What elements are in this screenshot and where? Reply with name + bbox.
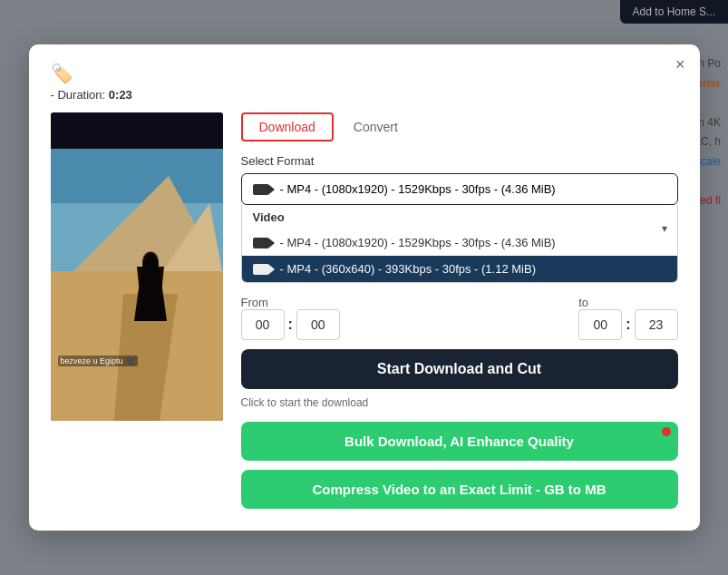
app-icon: 🏷️ [51, 63, 73, 84]
format-options-list: Video - MP4 - (1080x1920) - 1529Kbps - 3… [241, 205, 678, 283]
video-watermark: bezveze u Egiptu 🎥 [58, 356, 139, 366]
start-download-button[interactable]: Start Download and Cut [241, 349, 678, 389]
modal-header: 🏷️ [51, 63, 678, 84]
format-dropdown-wrapper[interactable]: - MP4 - (1080x1920) - 1529Kbps - 30fps -… [241, 173, 678, 283]
bulk-download-button[interactable]: Bulk Download, AI Enhance Quality [241, 422, 678, 461]
tab-download[interactable]: Download [241, 112, 334, 141]
video-group-label: Video [242, 205, 677, 229]
to-seconds-input[interactable] [635, 309, 678, 340]
duration-info: - Duration: 0:23 [51, 88, 678, 102]
tab-convert[interactable]: Convert [337, 112, 414, 141]
video-icon-option1 [253, 238, 269, 249]
svg-rect-2 [51, 149, 223, 203]
modal-dialog: × 🏷️ - Duration: 0:23 [29, 44, 700, 531]
to-time-colon: : [626, 317, 630, 333]
to-minutes-input[interactable] [578, 309, 622, 340]
from-time-inputs: : [241, 309, 340, 340]
close-button[interactable]: × [675, 55, 685, 74]
modal-body: bezveze u Egiptu 🎥 Download Convert Sele… [51, 112, 678, 509]
to-label: to [578, 296, 677, 309]
format-option-1080[interactable]: - MP4 - (1080x1920) - 1529Kbps - 30fps -… [242, 229, 677, 256]
click-hint-text: Click to start the download [241, 396, 678, 409]
to-time-inputs: : [578, 309, 677, 340]
from-minutes-input[interactable] [241, 309, 285, 340]
format-option-360-text: - MP4 - (360x640) - 393Kbps - 30fps - (1… [280, 262, 537, 276]
tab-bar: Download Convert [241, 112, 678, 141]
video-icon [253, 184, 269, 195]
chevron-down-icon: ▾ [662, 222, 667, 235]
from-label: From [241, 296, 340, 309]
selected-format-text: - MP4 - (1080x1920) - 1529Kbps - 30fps -… [280, 182, 556, 196]
video-thumbnail: bezveze u Egiptu 🎥 [51, 112, 223, 421]
from-time-colon: : [288, 317, 293, 333]
bulk-download-label: Bulk Download, AI Enhance Quality [345, 434, 574, 449]
video-visual [51, 112, 223, 421]
time-range-row: From : to : [241, 296, 678, 340]
video-frame: bezveze u Egiptu 🎥 [51, 112, 223, 421]
video-icon-option2 [253, 264, 269, 275]
modal-overlay: × 🏷️ - Duration: 0:23 [0, 0, 728, 575]
format-dropdown[interactable]: - MP4 - (1080x1920) - 1529Kbps - 30fps -… [241, 173, 678, 205]
red-dot-badge [662, 427, 671, 436]
select-format-label: Select Format [241, 154, 678, 168]
compress-button[interactable]: Compress Video to an Exact Limit - GB to… [241, 470, 678, 509]
from-seconds-input[interactable] [296, 309, 340, 340]
format-option-1080-text: - MP4 - (1080x1920) - 1529Kbps - 30fps -… [280, 236, 556, 249]
right-panel: Download Convert Select Format - MP4 - (… [241, 112, 678, 509]
format-option-360[interactable]: - MP4 - (360x640) - 393Kbps - 30fps - (1… [242, 256, 677, 282]
